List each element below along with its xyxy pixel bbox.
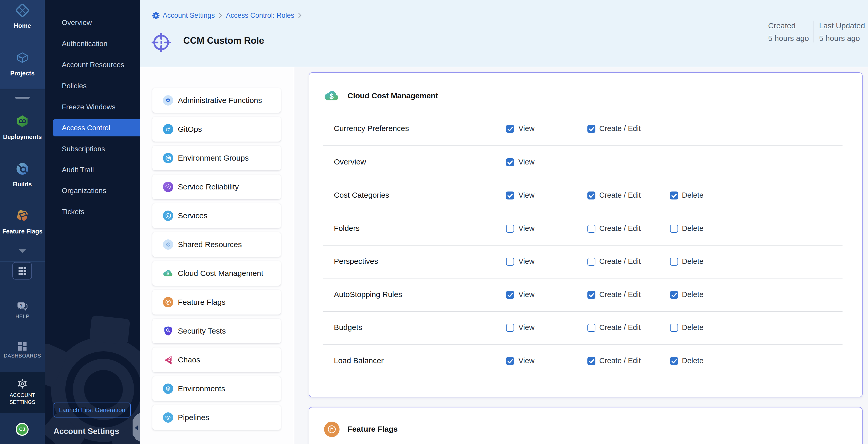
svg-text:$: $ bbox=[166, 271, 169, 276]
svg-text:$: $ bbox=[330, 92, 334, 100]
svg-text:?: ? bbox=[20, 303, 22, 307]
